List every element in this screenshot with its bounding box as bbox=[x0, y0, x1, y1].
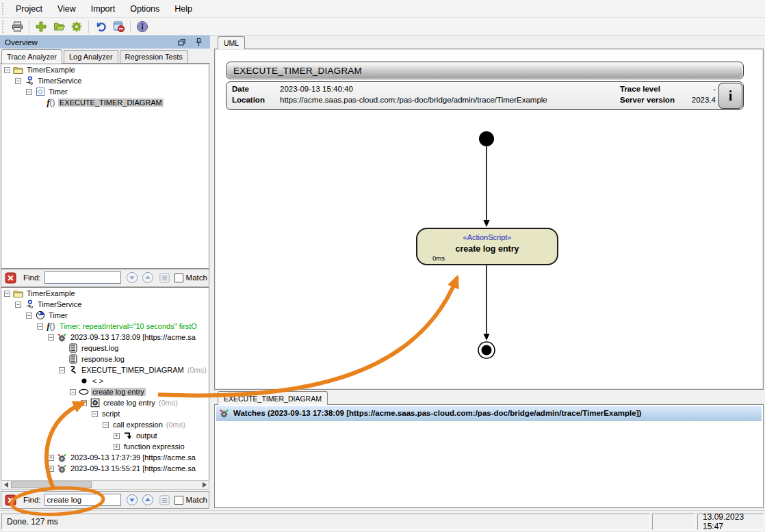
scroll-left-button[interactable] bbox=[1, 481, 10, 489]
collapse-icon[interactable]: − bbox=[37, 323, 43, 330]
overview-tree-row-timerexample[interactable]: −TimerExample bbox=[1, 64, 209, 75]
tree-item-label: Timer bbox=[47, 88, 69, 96]
collapse-icon[interactable]: − bbox=[4, 291, 10, 297]
gear-run-icon bbox=[57, 464, 67, 473]
tree-item-label: call expression bbox=[112, 421, 164, 429]
application-window: ProjectViewImportOptionsHelp Overview Tr… bbox=[0, 0, 765, 532]
menu-item-project[interactable]: Project bbox=[8, 1, 50, 16]
tree-item-label: TimerExample bbox=[25, 289, 77, 297]
highlight-all-button[interactable] bbox=[159, 272, 170, 284]
menu-item-help[interactable]: Help bbox=[167, 1, 200, 16]
function-icon: f() bbox=[46, 98, 56, 107]
match-case-checkbox[interactable] bbox=[174, 274, 183, 282]
close-find-button[interactable] bbox=[5, 494, 16, 506]
settings-icon[interactable] bbox=[68, 19, 85, 34]
trace-tree-row-output[interactable]: +output bbox=[1, 430, 209, 441]
pin-icon[interactable] bbox=[193, 38, 204, 47]
trace-tree-row-timer-repeatinterval-10-seconds-firsto[interactable]: −f()Timer: repeatInterval="10 seconds" f… bbox=[1, 321, 209, 332]
expand-icon[interactable]: + bbox=[48, 466, 54, 472]
menu-item-import[interactable]: Import bbox=[83, 1, 122, 16]
duration-badge: (0ms) bbox=[187, 366, 207, 374]
action-node-create-log-entry[interactable]: «ActionScript» create log entry 0ms bbox=[416, 228, 558, 265]
collapse-icon[interactable]: − bbox=[70, 389, 76, 395]
undo-icon[interactable] bbox=[92, 19, 109, 34]
initial-node[interactable] bbox=[479, 131, 494, 146]
trace-tree-row-2023-09-13-17-38-09-https-acme-sa[interactable]: −2023-09-13 17:38:09 [https://acme.sa bbox=[1, 332, 209, 343]
expand-icon[interactable]: + bbox=[114, 444, 120, 450]
add-icon[interactable] bbox=[33, 19, 49, 34]
gear-run-icon bbox=[219, 408, 230, 418]
trace-tree-row-execute-timer-diagram[interactable]: −EXECUTE_TIMER_DIAGRAM(0ms) bbox=[1, 364, 209, 375]
trace-tree-row-call-expression[interactable]: −call expression(0ms) bbox=[1, 419, 209, 430]
collapse-icon[interactable]: − bbox=[15, 78, 21, 84]
info-icon[interactable] bbox=[134, 19, 151, 34]
collapse-icon[interactable]: − bbox=[103, 422, 109, 428]
horizontal-scrollbar[interactable] bbox=[1, 480, 209, 490]
tab-regression-tests[interactable]: Regression Tests bbox=[120, 50, 188, 63]
tree-item-label: TimerService bbox=[36, 77, 83, 85]
overview-tree-row-timer[interactable]: −Timer bbox=[1, 86, 209, 97]
expand-icon[interactable]: + bbox=[114, 433, 120, 439]
find-next-button[interactable] bbox=[126, 494, 138, 506]
find-previous-button[interactable] bbox=[142, 494, 154, 506]
collapse-icon[interactable]: − bbox=[15, 302, 21, 308]
tab-log-analyzer[interactable]: Log Analyzer bbox=[64, 50, 118, 63]
trace-tree-row-timer[interactable]: −Timer bbox=[1, 310, 209, 321]
gear-run-icon bbox=[57, 453, 67, 462]
tab-trace-analyzer[interactable]: Trace Analyzer bbox=[1, 49, 62, 64]
tree-item-label: 2023-09-13 17:38:09 [https://acme.sa bbox=[69, 333, 197, 341]
expand-icon[interactable]: + bbox=[48, 455, 54, 461]
schedule-icon[interactable] bbox=[110, 19, 127, 34]
tree-item-label: create log entry bbox=[102, 399, 157, 407]
tree-item-label: < > bbox=[91, 377, 105, 385]
overview-tree-row-timerservice[interactable]: −TimerService bbox=[1, 75, 209, 86]
float-panel-icon[interactable] bbox=[176, 38, 187, 47]
collapse-icon[interactable]: − bbox=[48, 334, 54, 341]
tree-item-label: 2023-09-13 15:55:21 [https://acme.sa bbox=[69, 464, 197, 473]
tree-item-label: Timer bbox=[47, 311, 69, 319]
match-case-checkbox[interactable] bbox=[174, 496, 183, 505]
print-icon[interactable] bbox=[9, 19, 25, 34]
log-icon bbox=[68, 343, 78, 353]
trace-tree-row-script[interactable]: −script bbox=[1, 408, 209, 419]
trace-tree-row-2023-09-13-15-55-21-https-acme-sa[interactable]: +2023-09-13 15:55:21 [https://acme.sa bbox=[1, 463, 209, 474]
find-previous-button[interactable] bbox=[142, 271, 154, 284]
duration-badge: (0ms) bbox=[166, 421, 185, 429]
collapse-icon[interactable]: − bbox=[26, 89, 32, 95]
collapse-icon[interactable]: − bbox=[26, 312, 32, 319]
trace-tree-row-timerexample[interactable]: −TimerExample bbox=[1, 288, 209, 299]
collapse-icon[interactable]: − bbox=[81, 400, 87, 406]
trace-tree: −TimerExample−TimerService−Timer−f()Time… bbox=[1, 287, 209, 490]
watches-header[interactable]: Watches (2023-09-13 17:38:09 [https://ac… bbox=[216, 406, 762, 421]
trace-tree-row-2023-09-13-17-37-39-https-acme-sa[interactable]: +2023-09-13 17:37:39 [https://acme.sa bbox=[1, 452, 209, 463]
arrowhead bbox=[484, 334, 490, 341]
drag-handle[interactable] bbox=[1, 21, 5, 33]
find-next-button[interactable] bbox=[126, 271, 138, 284]
collapse-icon[interactable]: − bbox=[59, 367, 65, 373]
overview-tree-row-execute-timer-diagram[interactable]: f()EXECUTE_TIMER_DIAGRAM bbox=[1, 97, 209, 108]
collapse-icon[interactable]: − bbox=[4, 67, 10, 73]
tab-uml[interactable]: UML bbox=[218, 36, 245, 49]
find-input[interactable] bbox=[44, 271, 121, 284]
trace-tree-row-function-expressio[interactable]: +function expressio bbox=[1, 441, 209, 452]
trace-tree-row-response-log[interactable]: response.log bbox=[1, 354, 209, 364]
tab-execute-timer-diagram[interactable]: EXECUTE_TIMER_DIAGRAM bbox=[218, 391, 328, 405]
menu-item-options[interactable]: Options bbox=[122, 1, 167, 16]
trace-tree-row-create-log-entry[interactable]: −create log entry bbox=[1, 386, 209, 397]
trace-tree-row-timerservice[interactable]: −TimerService bbox=[1, 299, 209, 310]
menu-item-view[interactable]: View bbox=[50, 1, 83, 16]
trace-tree-row-request-log[interactable]: request.log bbox=[1, 343, 209, 354]
service-icon bbox=[24, 300, 34, 309]
scrollbar-thumb[interactable] bbox=[11, 481, 92, 488]
highlight-all-button[interactable] bbox=[159, 494, 170, 506]
open-icon[interactable] bbox=[51, 19, 67, 34]
overview-tree: −TimerExample−TimerService−Timerf()EXECU… bbox=[1, 64, 209, 269]
find-input[interactable] bbox=[44, 494, 121, 506]
close-find-button[interactable] bbox=[5, 272, 16, 284]
find-bar-top: Find: Match Case bbox=[1, 269, 209, 287]
collapse-icon[interactable]: − bbox=[92, 411, 98, 417]
trace-tree-row-create-log-entry[interactable]: −create log entry(0ms) bbox=[1, 397, 209, 408]
scroll-right-button[interactable] bbox=[200, 481, 209, 489]
trace-tree-row-[interactable]: < > bbox=[1, 375, 209, 386]
drag-handle[interactable] bbox=[1, 3, 5, 15]
